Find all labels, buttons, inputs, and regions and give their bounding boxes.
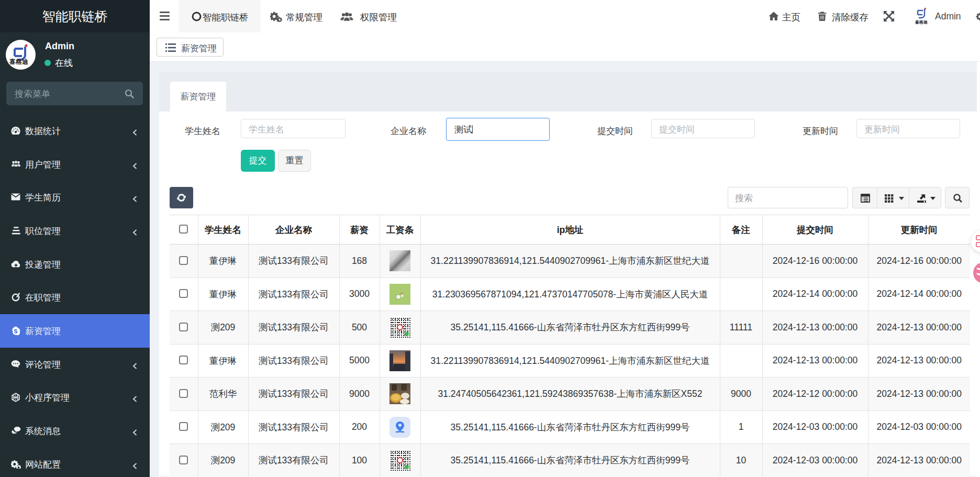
svg-text:喜格迪: 喜格迪 xyxy=(9,58,28,65)
svg-text:喜格迪: 喜格迪 xyxy=(915,20,928,25)
